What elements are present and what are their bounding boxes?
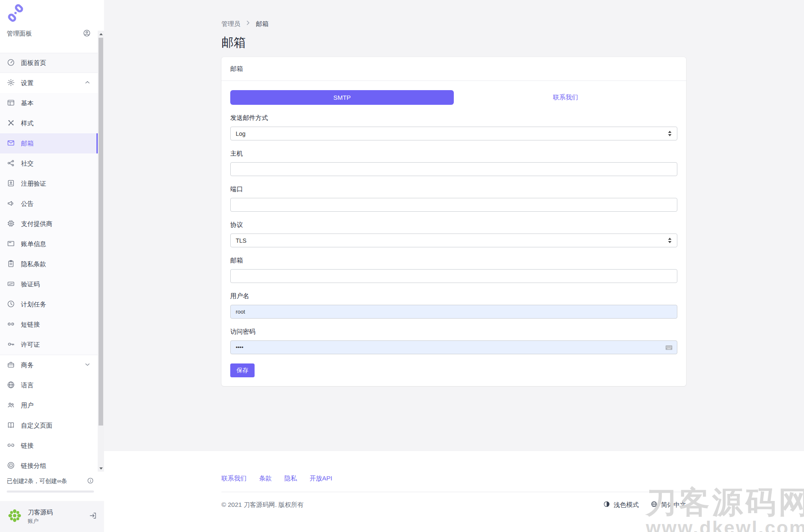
- main-area: 管理员 邮箱 邮箱 邮箱 SMTP 联系我们 发送邮件方式: [104, 0, 804, 532]
- sidebar-header: 管理面板: [0, 24, 98, 43]
- sidebar-item-label: 商务: [21, 361, 34, 369]
- footer-link-open-api[interactable]: 开放API: [310, 475, 332, 483]
- sidebar-item-link-groups[interactable]: 链接分组: [0, 456, 98, 476]
- contrast-icon: [603, 501, 610, 509]
- footer-link-terms[interactable]: 条款: [259, 475, 272, 483]
- sidebar-item-payment-providers[interactable]: 支付提供商: [0, 214, 98, 234]
- footer: 联系我们 条款 隐私 开放API © 2021 刀客源码网. 版权所有 浅色模式: [104, 451, 804, 532]
- protocol-select[interactable]: TLS: [230, 234, 677, 247]
- sidebar-item-label: 链接: [21, 442, 34, 450]
- theme-toggle[interactable]: 浅色模式: [603, 501, 639, 509]
- mail-icon: [7, 139, 15, 148]
- link-icon: [7, 441, 15, 451]
- green-pattern-avatar: [7, 508, 23, 525]
- email-input[interactable]: [230, 269, 677, 283]
- sidebar-item-label: 社交: [21, 160, 34, 168]
- breadcrumb-current: 邮箱: [256, 20, 268, 28]
- sidebar-item-label: 短链接: [21, 321, 40, 329]
- chain-link-logo[interactable]: [7, 4, 24, 23]
- send-method-select[interactable]: Log: [230, 127, 677, 140]
- sidebar-item-cron[interactable]: 计划任务: [0, 294, 98, 314]
- sidebar-item-label: 自定义页面: [21, 422, 52, 430]
- sidebar-title: 管理面板: [7, 30, 32, 38]
- theme-toggle-label: 浅色模式: [614, 501, 639, 509]
- sidebar-item-mail[interactable]: 邮箱: [0, 133, 98, 153]
- sidebar-item-privacy[interactable]: 隐私条款: [0, 254, 98, 274]
- card-header: 邮箱: [221, 57, 686, 81]
- target-icon: [7, 461, 15, 471]
- tab-smtp[interactable]: SMTP: [230, 90, 454, 105]
- sidebar-item-basic[interactable]: 基本: [0, 93, 98, 113]
- globe-icon: [7, 381, 15, 390]
- footer-link-contact[interactable]: 联系我们: [221, 475, 247, 483]
- mail-settings-card: 邮箱 SMTP 联系我们 发送邮件方式 Log 主机: [221, 57, 686, 386]
- save-button[interactable]: 保存: [230, 363, 255, 377]
- tab-contact-us[interactable]: 联系我们: [454, 90, 677, 105]
- host-input[interactable]: [230, 162, 677, 176]
- port-input[interactable]: [230, 198, 677, 212]
- chip-icon: [7, 219, 15, 229]
- account-section[interactable]: 刀客源码 账户: [0, 501, 104, 532]
- sidebar-item-style[interactable]: 样式: [0, 113, 98, 133]
- breadcrumb-parent[interactable]: 管理员: [221, 20, 240, 28]
- sidebar-scrollbar[interactable]: [98, 31, 104, 472]
- id-card-icon: [7, 179, 15, 189]
- sidebar-item-users[interactable]: 用户: [0, 395, 98, 415]
- sidebar-item-label: 公告: [21, 200, 34, 208]
- sidebar-item-captcha[interactable]: 验证码: [0, 274, 98, 294]
- keyboard-icon[interactable]: [665, 343, 673, 353]
- gear-icon: [7, 78, 15, 88]
- sidebar-item-links[interactable]: 链接: [0, 436, 98, 456]
- sidebar-item-business[interactable]: 商务: [0, 355, 98, 375]
- quota-text: 已创建2条，可创建∞条: [7, 478, 67, 485]
- language-toggle[interactable]: 简体中文: [650, 501, 686, 509]
- sidebar-item-short-links[interactable]: 短链接: [0, 314, 98, 335]
- sidebar: 管理面板 面板首页 设置: [0, 0, 104, 532]
- field-email: 邮箱: [230, 257, 677, 283]
- logout-icon[interactable]: [89, 511, 97, 522]
- sidebar-item-label: 设置: [21, 79, 34, 87]
- sidebar-item-label: 许可证: [21, 341, 40, 349]
- admin-panel-page: 管理面板 面板首页 设置: [0, 0, 804, 532]
- sidebar-item-settings[interactable]: 设置: [0, 73, 98, 93]
- sidebar-item-label: 账单信息: [21, 240, 46, 248]
- field-label: 用户名: [230, 292, 677, 300]
- sidebar-item-billing[interactable]: 账单信息: [0, 234, 98, 254]
- chevron-right-icon: [245, 19, 252, 29]
- account-circle-icon[interactable]: [83, 29, 91, 39]
- sidebar-item-label: 验证码: [21, 280, 40, 288]
- sidebar-item-license[interactable]: 许可证: [0, 335, 98, 355]
- password-input[interactable]: [230, 340, 677, 354]
- sidebar-item-label: 语言: [21, 381, 34, 389]
- sidebar-item-custom-pages[interactable]: 自定义页面: [0, 415, 98, 436]
- sidebar-item-label: 链接分组: [21, 462, 46, 470]
- select-value: Log: [236, 130, 245, 137]
- captcha-icon: [7, 280, 15, 289]
- scrollbar-up-arrow-icon[interactable]: [98, 31, 104, 37]
- sidebar-nav: 面板首页 设置 基本: [0, 53, 98, 476]
- field-protocol: 协议 TLS: [230, 221, 677, 247]
- field-label: 访问密码: [230, 328, 677, 335]
- settings-submenu: 基本 样式 邮箱 社交: [0, 93, 98, 355]
- sidebar-item-language[interactable]: 语言: [0, 375, 98, 395]
- sidebar-item-announcement[interactable]: 公告: [0, 194, 98, 214]
- clipboard-icon: [7, 260, 15, 269]
- sidebar-item-label: 注册验证: [21, 180, 46, 188]
- scrollbar-down-arrow-icon[interactable]: [98, 465, 104, 472]
- sidebar-item-label: 用户: [21, 402, 34, 410]
- field-username: 用户名: [230, 292, 677, 319]
- language-toggle-label: 简体中文: [661, 501, 686, 509]
- username-input[interactable]: [230, 305, 677, 319]
- chevron-up-icon: [84, 79, 91, 87]
- footer-divider: [221, 492, 686, 492]
- quota-progress-bar: [7, 490, 94, 493]
- sidebar-item-register-verify[interactable]: 注册验证: [0, 174, 98, 194]
- share-icon: [7, 159, 15, 169]
- sidebar-item-dashboard[interactable]: 面板首页: [0, 53, 98, 73]
- dashboard-icon: [7, 58, 15, 68]
- account-role: 账户: [28, 517, 53, 525]
- footer-link-privacy[interactable]: 隐私: [284, 475, 297, 483]
- scrollbar-thumb[interactable]: [99, 38, 103, 426]
- info-icon[interactable]: [87, 477, 94, 485]
- sidebar-item-social[interactable]: 社交: [0, 153, 98, 174]
